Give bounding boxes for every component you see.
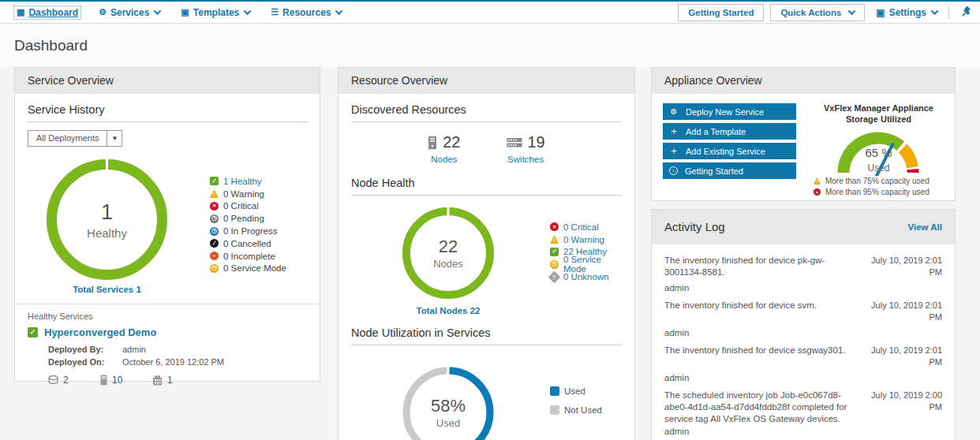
nav-services[interactable]: ⚙ Services xyxy=(99,7,160,18)
utilization-donut-value: 58% xyxy=(431,396,466,416)
nodes-link[interactable]: Nodes xyxy=(428,155,460,164)
not-used-swatch xyxy=(550,405,559,415)
chevron-down-icon xyxy=(244,7,252,15)
healthy-icon: ✓ xyxy=(28,327,38,337)
critical-icon: × xyxy=(550,222,559,231)
legend-item-critical: × 0 Critical xyxy=(210,200,286,213)
deployed-by-value: admin xyxy=(122,345,146,354)
appliance-overview-panel: Appliance Overview ⚙ Deploy New Service … xyxy=(651,67,956,201)
services-donut-chart: 1 Healthy xyxy=(42,155,172,285)
deployed-on-value: October 6, 2019 12:02 PM xyxy=(122,357,224,367)
nav-templates[interactable]: ▣ Templates xyxy=(181,7,250,18)
legend-item-service-mode: ◷ 0 Service Mode xyxy=(210,263,286,275)
switch-icon xyxy=(507,137,522,148)
nav-resources[interactable]: ☰ Resources xyxy=(271,7,342,18)
node-icon xyxy=(100,375,107,386)
legend-item-used: Used xyxy=(550,382,602,401)
service-status-legend: ✓ 1 Healthy ! 0 Warning × 0 Critical ◷ 0… xyxy=(210,175,286,285)
legend-item-in-progress: ◷ 0 In Progress xyxy=(210,225,286,237)
service-overview-panel: Service Overview Service History All Dep… xyxy=(14,67,320,382)
node-utilization-title: Node Utilization in Services xyxy=(351,326,622,345)
pin-icon[interactable] xyxy=(960,6,972,18)
legend-item-incomplete: − 0 Incomplete xyxy=(210,250,286,263)
node-health-legend: × 0 Critical ! 0 Warning ✓ 22 Healthy ◷ … xyxy=(550,221,622,303)
activity-log-panel: Activity Log View All The inventory fini… xyxy=(651,209,956,440)
utilization-donut-label: Used xyxy=(436,417,460,429)
gauge-note-95: × More than 95% capacity used xyxy=(814,187,944,198)
dashboard-page: ▦ Dashboard ⚙ Services ▣ Templates ☰ Res… xyxy=(0,0,980,440)
cancelled-icon: ∕ xyxy=(210,239,219,248)
incomplete-icon: − xyxy=(210,252,219,260)
pending-icon: ◷ xyxy=(210,214,219,223)
node-health-donut-label: Nodes xyxy=(433,258,463,270)
gauge-value: 65 % xyxy=(865,146,892,159)
deployed-on-label: Deployed On: xyxy=(28,357,122,367)
settings-menu[interactable]: ▣ Settings xyxy=(876,7,937,18)
service-overview-header: Service Overview xyxy=(15,68,320,94)
utilization-legend: Used Not Used xyxy=(550,382,602,440)
legend-item-healthy[interactable]: ✓ 1 Healthy xyxy=(210,175,286,188)
resource-overview-header: Resource Overview xyxy=(339,68,634,94)
chevron-down-icon xyxy=(335,7,343,15)
cluster-count: 1 xyxy=(152,375,204,386)
storage-gauge: VxFlex Manager Appliance Storage Utilize… xyxy=(814,103,944,198)
add-template-button[interactable]: + Add a Template xyxy=(663,123,796,140)
used-swatch xyxy=(550,386,559,396)
gauge-title-line2: Storage Utilized xyxy=(814,114,944,125)
service-link[interactable]: ✓ Hyperconverged Demo xyxy=(28,326,307,338)
total-nodes-link[interactable]: Total Nodes 22 xyxy=(351,306,545,315)
healthy-icon: ✓ xyxy=(550,248,559,256)
deployments-filter-select[interactable]: All Deployments ▼ xyxy=(28,130,122,147)
divider xyxy=(948,6,949,19)
nav-dashboard[interactable]: ▦ Dashboard xyxy=(14,6,80,19)
log-entry: The inventory finished for device ssgway… xyxy=(664,345,942,382)
legend-item-not-used: Not Used xyxy=(550,401,602,419)
legend-item-cancelled: ∕ 0 Cancelled xyxy=(210,237,286,250)
legend-item-warning: ! 0 Warning xyxy=(210,188,286,200)
deployed-by-label: Deployed By: xyxy=(28,345,122,354)
templates-icon: ▣ xyxy=(181,7,189,17)
gauge-note-75: ! More than 75% capacity used xyxy=(814,176,944,187)
top-navigation-bar: ▦ Dashboard ⚙ Services ▣ Templates ☰ Res… xyxy=(0,0,980,24)
settings-icon: ▣ xyxy=(876,7,885,18)
node-health-donut-value: 22 xyxy=(439,237,458,257)
switches-count: 19 xyxy=(528,133,545,151)
services-donut-label: Healthy xyxy=(87,226,127,240)
warning-icon: ! xyxy=(210,189,219,198)
getting-started-button[interactable]: Getting Started xyxy=(678,4,764,21)
chevron-down-icon xyxy=(848,7,856,15)
getting-started-panel-button[interactable]: › Getting Started xyxy=(663,162,796,179)
log-entry: The inventory finished for device pk-gw-… xyxy=(664,255,942,293)
switches-link[interactable]: Switches xyxy=(507,155,545,164)
plus-icon: + xyxy=(669,145,679,157)
service-mode-icon: ◷ xyxy=(550,260,559,269)
critical-icon: × xyxy=(210,202,219,211)
total-services-link[interactable]: Total Services 1 xyxy=(28,285,186,294)
services-icon: ⚙ xyxy=(99,7,107,17)
select-arrow-icon: ▼ xyxy=(107,131,122,146)
legend-item-warning[interactable]: ! 0 Warning xyxy=(550,233,622,246)
services-donut-value: 1 xyxy=(101,200,113,225)
legend-item-critical[interactable]: × 0 Critical xyxy=(550,221,622,233)
node-count: 10 xyxy=(100,375,152,386)
activity-log-title: Activity Log xyxy=(664,220,725,233)
legend-item-service-mode[interactable]: ◷ 0 Service Mode xyxy=(550,258,622,270)
add-existing-service-button[interactable]: + Add Existing Service xyxy=(663,143,796,159)
deploy-new-service-button[interactable]: ⚙ Deploy New Service xyxy=(663,103,796,120)
gauge-label: Used xyxy=(867,162,889,173)
view-all-link[interactable]: View All xyxy=(908,210,942,244)
appliance-overview-header: Appliance Overview xyxy=(652,68,955,94)
quick-actions-button[interactable]: Quick Actions xyxy=(770,4,865,21)
storage-count: 2 xyxy=(48,375,100,386)
nodes-stat: 22 Nodes xyxy=(428,133,460,164)
storage-icon xyxy=(48,375,58,385)
discovered-resources-title: Discovered Resources xyxy=(351,103,622,122)
warning-icon: ! xyxy=(814,177,821,185)
log-entry: The inventory finished for device svm. J… xyxy=(664,300,942,337)
legend-item-pending: ◷ 0 Pending xyxy=(210,212,286,225)
warning-icon: ! xyxy=(550,235,559,244)
service-icon: ⚙ xyxy=(669,107,679,116)
page-title: Dashboard xyxy=(14,37,88,54)
title-band xyxy=(0,24,980,67)
arrow-circle-icon: › xyxy=(669,166,678,175)
